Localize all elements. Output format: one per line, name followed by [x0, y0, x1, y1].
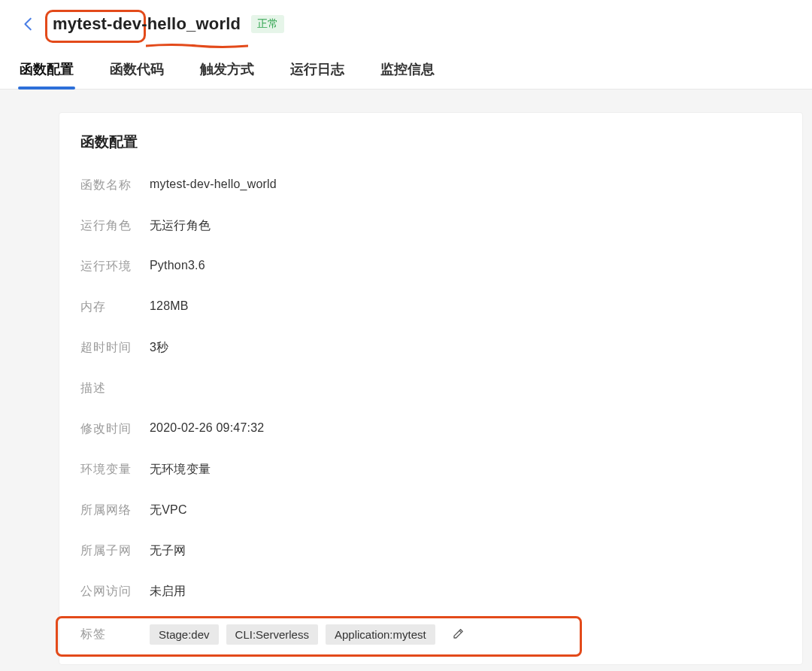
label-description: 描述 [80, 381, 150, 396]
row-public-access: 公网访问 未启用 [80, 584, 781, 602]
row-tags: 标签 Stage:dev CLI:Serverless Application:… [80, 624, 781, 645]
tag-application[interactable]: Application:mytest [326, 624, 435, 645]
tab-triggers[interactable]: 触发方式 [198, 54, 256, 89]
row-modified-time: 修改时间 2020-02-26 09:47:32 [80, 421, 781, 439]
label-subnet: 所属子网 [80, 543, 150, 559]
value-timeout: 3秒 [150, 340, 168, 356]
annotation-underline [146, 38, 248, 42]
label-memory: 内存 [80, 299, 150, 315]
tab-monitoring[interactable]: 监控信息 [379, 54, 436, 89]
arrow-left-icon [20, 16, 37, 32]
card-heading: 函数配置 [80, 132, 781, 152]
tabs-bar: 函数配置 函数代码 触发方式 运行日志 监控信息 [0, 47, 812, 90]
tab-run-logs[interactable]: 运行日志 [289, 54, 346, 89]
page-title: mytest-dev-hello_world [53, 14, 241, 34]
pencil-icon [452, 627, 465, 640]
tab-function-code[interactable]: 函数代码 [108, 54, 165, 89]
edit-tags-button[interactable] [452, 627, 465, 643]
row-description: 描述 [80, 381, 781, 399]
value-runtime: Python3.6 [150, 259, 205, 272]
row-run-role: 运行角色 无运行角色 [80, 218, 781, 236]
label-runtime: 运行环境 [80, 259, 150, 275]
label-network: 所属网络 [80, 502, 150, 518]
back-button[interactable] [15, 11, 42, 38]
label-function-name: 函数名称 [80, 178, 150, 193]
value-public-access: 未启用 [150, 584, 186, 600]
row-timeout: 超时时间 3秒 [80, 340, 781, 358]
tag-cli[interactable]: CLI:Serverless [226, 624, 318, 645]
tag-stage[interactable]: Stage:dev [150, 624, 219, 645]
row-memory: 内存 128MB [80, 299, 781, 317]
content-area: 函数配置 函数名称 mytest-dev-hello_world 运行角色 无运… [0, 90, 812, 665]
row-function-name: 函数名称 mytest-dev-hello_world [80, 178, 781, 196]
label-run-role: 运行角色 [80, 218, 150, 234]
label-env-vars: 环境变量 [80, 462, 150, 478]
row-network: 所属网络 无VPC [80, 502, 781, 521]
value-env-vars: 无环境变量 [150, 462, 211, 478]
header-bar: mytest-dev-hello_world 正常 [0, 0, 812, 47]
value-function-name: mytest-dev-hello_world [150, 178, 277, 191]
label-tags: 标签 [80, 627, 150, 642]
value-network: 无VPC [150, 502, 187, 518]
value-subnet: 无子网 [150, 543, 186, 559]
tags-container: Stage:dev CLI:Serverless Application:myt… [150, 624, 465, 645]
row-subnet: 所属子网 无子网 [80, 543, 781, 561]
status-badge: 正常 [251, 15, 284, 33]
value-run-role: 无运行角色 [150, 218, 211, 234]
row-env-vars: 环境变量 无环境变量 [80, 462, 781, 480]
label-public-access: 公网访问 [80, 584, 150, 600]
row-runtime: 运行环境 Python3.6 [80, 259, 781, 277]
label-timeout: 超时时间 [80, 340, 150, 356]
function-config-card: 函数配置 函数名称 mytest-dev-hello_world 运行角色 无运… [59, 112, 803, 665]
value-modified-time: 2020-02-26 09:47:32 [150, 421, 264, 435]
tab-function-config[interactable]: 函数配置 [18, 54, 75, 89]
label-modified-time: 修改时间 [80, 421, 150, 437]
value-memory: 128MB [150, 299, 189, 313]
